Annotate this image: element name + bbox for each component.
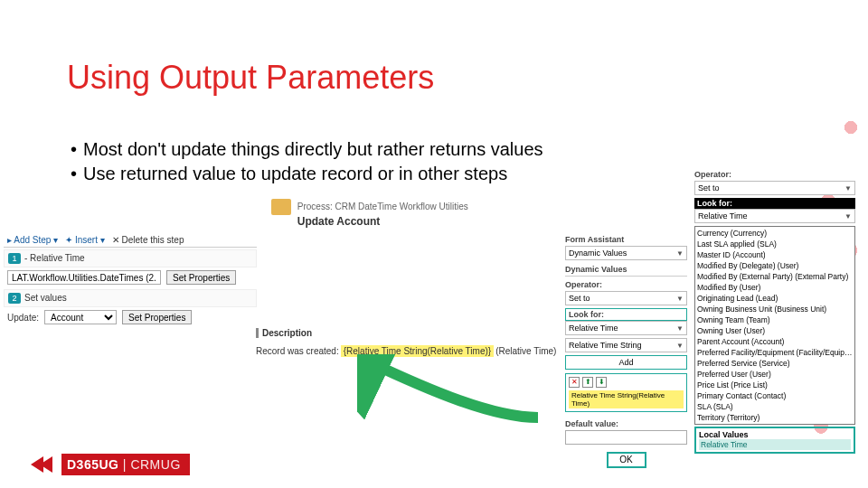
add-step-button[interactable]: ▸ Add Step ▾ [7, 235, 58, 245]
workflow-step: 1- Relative Time [4, 249, 257, 267]
selected-token[interactable]: Relative Time String(Relative Time) [569, 390, 684, 408]
insert-button[interactable]: ✦ Insert ▾ [65, 235, 105, 245]
form-assistant-title: Form Assistant [565, 233, 687, 246]
set-properties-button[interactable]: Set Properties [166, 270, 236, 285]
move-up-icon[interactable]: ⬆ [582, 377, 593, 388]
workflow-step: 2Set values [4, 289, 257, 307]
description-prefix: Record was created: [256, 346, 339, 356]
footer-brand: D365UG | CRMUG [61, 454, 190, 475]
step-row: Update: Account Set Properties [4, 307, 257, 327]
list-item[interactable]: Parent Account (Account) [697, 336, 853, 347]
workflow-steps-panel: ▸ Add Step ▾ ✦ Insert ▾ ✕ Delete this st… [4, 233, 257, 327]
folder-icon [271, 199, 291, 215]
chevron-down-icon: ▼ [844, 184, 852, 192]
description-token: {Relative Time String(Relative Time)} [341, 345, 494, 357]
slide-title: Using Output Parameters [67, 59, 434, 97]
bullet-list: • Most don't update things directly but … [71, 137, 543, 186]
step-number-badge: 1 [8, 253, 21, 264]
chevron-down-icon: ▼ [844, 212, 852, 221]
list-item[interactable]: Originating Lead (Lead) [697, 293, 853, 304]
list-item[interactable]: Modified By (Delegate) (User) [697, 260, 853, 271]
look-for-attr-select[interactable]: Relative Time String▼ [565, 338, 687, 352]
default-value-label: Default value: [565, 418, 687, 430]
operator-panel: Operator: Set to▼ Look for: Relative Tim… [694, 168, 855, 454]
bullet-item: • Use returned value to update record or… [71, 162, 543, 186]
set-properties-button[interactable]: Set Properties [122, 310, 192, 324]
form-assistant-panel: Form Assistant Dynamic Values▼ Dynamic V… [565, 233, 687, 468]
callout-arrow [357, 354, 547, 427]
operator-label: Operator: [694, 168, 855, 181]
process-title: Update Account [297, 215, 381, 228]
step-number-badge: 2 [8, 293, 21, 304]
chevron-down-icon: ▼ [676, 342, 684, 350]
look-for-select[interactable]: Relative Time▼ [694, 209, 855, 223]
list-item[interactable]: Preferred Facility/Equipment (Facility/E… [697, 347, 853, 358]
look-for-entity-select[interactable]: Relative Time▼ [565, 321, 687, 335]
list-item[interactable]: Price List (Price List) [697, 380, 853, 390]
token-box: ✕ ⬆ ⬇ Relative Time String(Relative Time… [565, 373, 687, 412]
update-label: Update: [7, 313, 39, 323]
default-value-input[interactable] [565, 430, 687, 445]
operator-select[interactable]: Set to▼ [565, 291, 687, 305]
list-item[interactable]: Modified By (External Party) (External P… [697, 271, 853, 282]
list-item[interactable]: Currency (Currency) [697, 228, 853, 239]
remove-icon[interactable]: ✕ [569, 377, 580, 388]
logo-chevron-icon [40, 456, 52, 473]
footer-logo: D365UG | CRMUG [31, 454, 190, 475]
list-item[interactable]: Preferred User (User) [697, 369, 853, 380]
bullet-item: • Most don't update things directly but … [71, 137, 543, 162]
list-item[interactable]: Primary Contact (Contact) [697, 390, 853, 401]
dynamic-values-select[interactable]: Dynamic Values▼ [565, 246, 687, 260]
delete-step-button[interactable]: ✕ Delete this step [112, 235, 184, 245]
list-item[interactable]: Last SLA applied (SLA) [697, 239, 853, 249]
chevron-down-icon: ▼ [676, 295, 684, 303]
workflow-toolbar: ▸ Add Step ▾ ✦ Insert ▾ ✕ Delete this st… [4, 233, 257, 248]
add-button[interactable]: Add [565, 355, 687, 370]
entity-select[interactable]: Account [44, 310, 117, 324]
description-suffix: (Relative Time) [495, 346, 556, 356]
list-item[interactable]: Master ID (Account) [697, 249, 853, 260]
description-heading: Description [256, 328, 556, 338]
operator-select[interactable]: Set to▼ [694, 181, 855, 195]
list-item[interactable]: SLA (SLA) [697, 401, 853, 412]
process-header: Process: CRM DateTime Workflow Utilities… [271, 199, 468, 228]
bullet-text: Most don't update things directly but ra… [83, 137, 543, 162]
process-label: Process: CRM DateTime Workflow Utilities [297, 202, 468, 211]
step-activity-input[interactable] [7, 270, 161, 285]
description-section: Description Record was created: {Relativ… [256, 328, 556, 357]
look-for-label: Look for: [565, 308, 687, 321]
list-item[interactable]: Owning Business Unit (Business Unit) [697, 304, 853, 314]
local-values-section: Local Values Relative Time [694, 427, 855, 454]
step-row: Set Properties [4, 267, 257, 287]
chevron-down-icon: ▼ [676, 324, 684, 333]
list-item[interactable]: Preferred Service (Service) [697, 358, 853, 369]
list-item[interactable]: Owning User (User) [697, 325, 853, 336]
list-item[interactable]: Territory (Territory) [697, 412, 853, 423]
look-for-label: Look for: [694, 198, 855, 209]
move-down-icon[interactable]: ⬇ [596, 377, 607, 388]
list-item[interactable]: Owning Team (Team) [697, 314, 853, 325]
attribute-list[interactable]: Currency (Currency) Last SLA applied (SL… [694, 226, 855, 425]
operator-label: Operator: [565, 278, 687, 291]
local-values-label: Local Values [699, 430, 851, 439]
dynamic-values-label: Dynamic Values [565, 263, 687, 276]
list-item[interactable]: Modified By (User) [697, 282, 853, 293]
local-value-item[interactable]: Relative Time [699, 439, 851, 450]
chevron-down-icon: ▼ [676, 249, 684, 258]
bullet-text: Use returned value to update record or i… [83, 162, 507, 186]
ok-button[interactable]: OK [607, 452, 646, 468]
